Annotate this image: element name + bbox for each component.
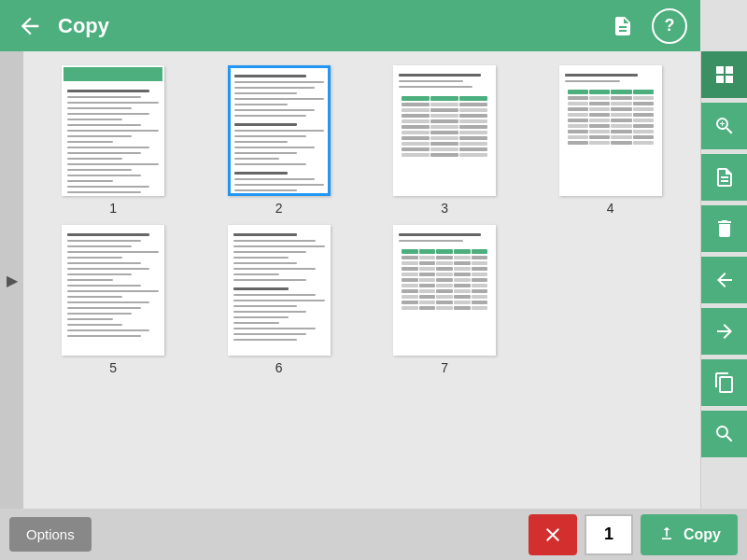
page-3-item[interactable]: 3 bbox=[364, 65, 526, 216]
move-back-button[interactable] bbox=[701, 257, 748, 303]
right-arrow-icon: ▶ bbox=[7, 272, 18, 289]
page-2-number: 2 bbox=[275, 201, 283, 216]
back-button[interactable] bbox=[13, 9, 47, 43]
page-6-thumb[interactable] bbox=[228, 225, 331, 356]
x-icon bbox=[542, 524, 564, 546]
page-thumb-header bbox=[63, 67, 162, 81]
page-title: Copy bbox=[58, 14, 594, 38]
page-7-number: 7 bbox=[441, 360, 448, 375]
document-grid: 1 bbox=[23, 51, 700, 509]
page-thumb-content bbox=[63, 85, 162, 196]
help-button[interactable]: ? bbox=[652, 8, 687, 44]
footer-bar: Options 1 Copy bbox=[0, 509, 747, 560]
page-6-item[interactable]: 6 bbox=[199, 225, 360, 375]
options-button[interactable]: Options bbox=[9, 517, 92, 552]
new-document-button[interactable] bbox=[605, 8, 641, 44]
page-2-content bbox=[231, 68, 328, 196]
page-3-number: 3 bbox=[441, 201, 448, 216]
page-properties-button[interactable] bbox=[701, 154, 748, 201]
page-6-content bbox=[230, 227, 329, 345]
left-panel-toggle[interactable]: ▶ bbox=[0, 51, 23, 509]
search-replace-button[interactable] bbox=[701, 411, 748, 457]
delete-button[interactable] bbox=[701, 205, 748, 252]
app-header: Copy ? bbox=[0, 0, 700, 51]
copy-button[interactable]: Copy bbox=[641, 514, 738, 555]
page-1-item[interactable]: 1 bbox=[33, 65, 194, 216]
page-4-content bbox=[561, 67, 660, 153]
cancel-button[interactable] bbox=[529, 514, 577, 555]
copy-pages-button[interactable] bbox=[701, 359, 748, 406]
zoom-in-button[interactable] bbox=[701, 103, 748, 149]
page-5-content bbox=[63, 227, 162, 342]
copy-button-label: Copy bbox=[684, 526, 721, 543]
page-7-content bbox=[395, 227, 494, 318]
main-area: ▶ bbox=[0, 51, 747, 509]
page-4-item[interactable]: 4 bbox=[530, 65, 692, 216]
page-3-content bbox=[395, 67, 494, 165]
copy-count-display: 1 bbox=[585, 514, 633, 555]
page-1-thumb[interactable] bbox=[62, 65, 164, 196]
page-4-number: 4 bbox=[607, 201, 614, 216]
page-3-thumb[interactable] bbox=[393, 65, 496, 196]
page-6-number: 6 bbox=[275, 360, 283, 375]
page-7-item[interactable]: 7 bbox=[364, 225, 526, 375]
page-5-item[interactable]: 5 bbox=[33, 225, 194, 375]
page-4-thumb[interactable] bbox=[559, 65, 662, 196]
copy-icon bbox=[657, 525, 676, 544]
page-2-thumb[interactable] bbox=[228, 65, 331, 196]
page-5-thumb[interactable] bbox=[62, 225, 164, 356]
page-2-item[interactable]: 2 bbox=[199, 65, 360, 216]
right-toolbar bbox=[700, 51, 747, 509]
move-forward-button[interactable] bbox=[701, 308, 748, 355]
page-5-number: 5 bbox=[109, 360, 117, 375]
page-7-thumb[interactable] bbox=[393, 225, 496, 356]
page-1-number: 1 bbox=[109, 201, 117, 216]
grid-view-button[interactable] bbox=[701, 51, 748, 98]
